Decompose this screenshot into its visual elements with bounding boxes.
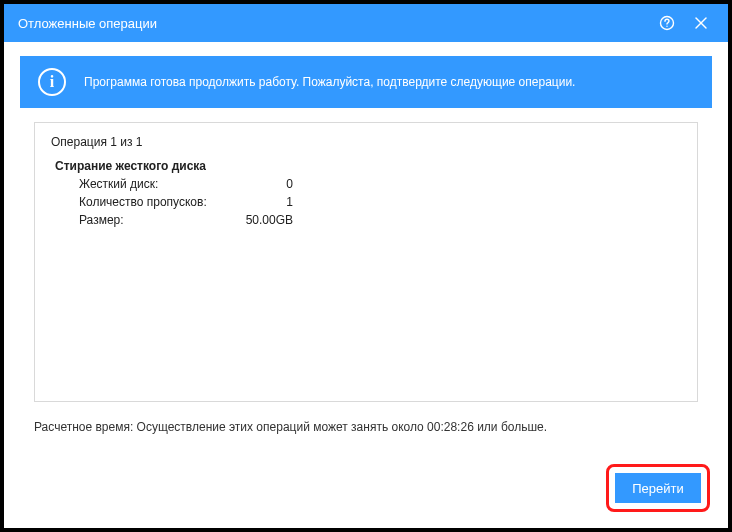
estimate-text: Расчетное время: Осуществление этих опер… (34, 420, 698, 434)
operation-title: Стирание жесткого диска (55, 159, 681, 173)
operation-label: Размер: (79, 211, 239, 229)
operation-row: Количество пропусков: 1 (79, 193, 681, 211)
svg-point-1 (666, 26, 667, 27)
help-button[interactable] (650, 4, 684, 42)
info-message: Программа готова продолжить работу. Пожа… (84, 75, 575, 89)
operation-row: Жесткий диск: 0 (79, 175, 681, 193)
operation-value: 50.00GB (239, 211, 299, 229)
operation-label: Жесткий диск: (79, 175, 239, 193)
operation-value: 0 (239, 175, 299, 193)
operations-panel: Операция 1 из 1 Стирание жесткого диска … (34, 122, 698, 402)
window-title: Отложенные операции (18, 16, 650, 31)
highlight-annotation: Перейти (606, 464, 710, 512)
operation-label: Количество пропусков: (79, 193, 239, 211)
dialog-window: Отложенные операции i Программа готова п… (4, 4, 728, 528)
dialog-footer: Перейти (606, 464, 710, 512)
info-banner: i Программа готова продолжить работу. По… (20, 56, 712, 108)
close-button[interactable] (684, 4, 718, 42)
info-icon: i (38, 68, 66, 96)
help-icon (659, 15, 675, 31)
go-button[interactable]: Перейти (615, 473, 701, 503)
operation-value: 1 (239, 193, 299, 211)
operation-count: Операция 1 из 1 (51, 135, 681, 149)
titlebar: Отложенные операции (4, 4, 728, 42)
operation-row: Размер: 50.00GB (79, 211, 681, 229)
close-icon (694, 16, 708, 30)
